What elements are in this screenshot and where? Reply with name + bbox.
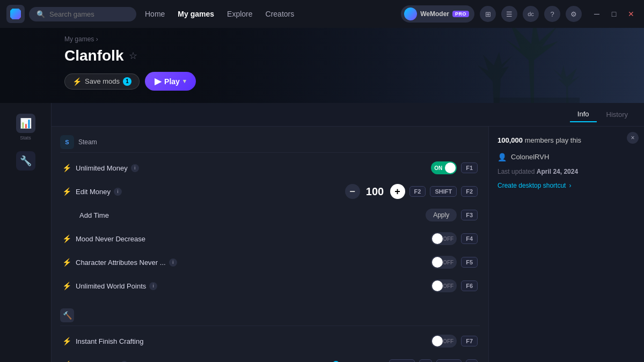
pro-badge: PRO [452, 11, 469, 17]
user-badge[interactable]: WeModer PRO [401, 5, 474, 23]
toggle-world-points[interactable]: OFF [431, 279, 457, 292]
key-f3[interactable]: F3 [461, 210, 478, 220]
mod-info-unlimited-money[interactable]: i [131, 164, 139, 172]
mod-row-character: ⚡ Character Attributes Never ... i OFF [60, 250, 480, 274]
decrease-money-button[interactable]: − [345, 184, 360, 199]
key-f2-2[interactable]: F2 [461, 186, 478, 197]
logo[interactable] [6, 5, 25, 23]
bolt-icon-5: ⚡ [62, 282, 71, 290]
key-ctrl-plus-1[interactable]: CTRL [389, 359, 414, 362]
mod-group-1: S Steam ⚡ Unlimited Money i [60, 133, 480, 298]
group-header-1: S Steam [60, 133, 480, 153]
nav: Home My games Explore Creators [145, 8, 294, 20]
settings-icon[interactable]: ⚙ [566, 6, 582, 22]
nav-home[interactable]: Home [145, 8, 165, 20]
apply-add-time-button[interactable]: Apply [426, 209, 457, 221]
mod-name-mood: Mood Never Decrease [76, 235, 427, 243]
sidebar-item-stats[interactable]: 📊 Stats [16, 114, 35, 141]
play-label: Play [164, 77, 180, 86]
avatar [404, 8, 417, 20]
topbar: 🔍 Home My games Explore Creators WeModer… [0, 0, 644, 28]
bolt-icon-2: ⚡ [62, 187, 71, 196]
bolt-icon-6: ⚡ [62, 337, 71, 345]
mod-name-edit-money: Edit Money i [76, 188, 341, 196]
mod-row-game-speed: ⚡ Game Speed i 100 [60, 353, 480, 362]
key-f2-1[interactable]: F2 [409, 186, 426, 197]
person-icon: 👤 [497, 153, 507, 161]
toggle-unlimited-money[interactable]: ON [431, 161, 457, 174]
key-plus[interactable]: + [419, 359, 432, 362]
group-header-2: 🔨 [60, 306, 480, 326]
nav-my-games[interactable]: My games [178, 8, 214, 20]
toggle-character[interactable]: OFF [431, 256, 457, 269]
grid-icon[interactable]: ⊞ [480, 6, 496, 22]
play-icon: ▶ [155, 76, 161, 86]
key-shift[interactable]: SHIFT [430, 186, 457, 197]
save-mods-count: 1 [123, 77, 131, 86]
save-mods-label: Save mods [85, 77, 120, 85]
tab-history[interactable]: History [599, 107, 635, 122]
main-content: 📊 Stats 🔧 Info History S Steam [0, 103, 644, 362]
right-panel: Info History S Steam ⚡ Unlimited [52, 103, 644, 362]
search-input[interactable] [49, 10, 129, 18]
mod-info-edit-money[interactable]: i [114, 188, 122, 196]
info-author-row: 👤 ColonelRVH [497, 153, 635, 161]
mod-row-edit-money: ⚡ Edit Money i − 100 + F2 S [60, 180, 480, 203]
favorite-icon[interactable]: ☆ [129, 50, 137, 62]
mod-controls-mood: OFF F4 [431, 232, 478, 245]
bolt-icon: ⚡ [72, 77, 82, 86]
play-dropdown-icon[interactable]: ▾ [183, 78, 186, 85]
mod-name-crafting: Instant Finish Crafting [76, 337, 427, 345]
info-members-stat: 100,000 members play this [497, 135, 635, 146]
mod-name-add-time: Add Time [79, 211, 421, 219]
toggle-mood[interactable]: OFF [431, 232, 457, 245]
group-label-1: Steam [78, 138, 97, 146]
info-updated: Last updated April 24, 2024 [497, 168, 635, 175]
breadcrumb[interactable]: My games › [64, 35, 633, 43]
info-close-button[interactable]: × [627, 132, 639, 144]
mods-container: S Steam ⚡ Unlimited Money i [52, 127, 644, 362]
discord-icon[interactable]: dc [523, 6, 539, 22]
key-f5[interactable]: F5 [461, 257, 478, 268]
mod-row-crafting: ⚡ Instant Finish Crafting OFF F7 [60, 329, 480, 353]
mod-controls-edit-money: − 100 + F2 SHIFT F2 [345, 184, 478, 199]
key-ctrl-minus-1[interactable]: CTRL [436, 359, 462, 362]
key-f4[interactable]: F4 [461, 233, 478, 244]
increase-money-button[interactable]: + [390, 184, 405, 199]
minimize-button[interactable]: ─ [590, 8, 603, 20]
game-title: Clanfolk [64, 47, 123, 64]
key-f1[interactable]: F1 [461, 162, 478, 173]
info-panel: × 100,000 members play this 👤 ColonelRVH… [488, 127, 644, 362]
mod-controls-crafting: OFF F7 [431, 335, 478, 348]
key-f7[interactable]: F7 [461, 336, 478, 346]
play-button[interactable]: ▶ Play ▾ [145, 72, 196, 91]
list-icon[interactable]: ☰ [501, 6, 517, 22]
steam-icon: S [60, 135, 74, 149]
mod-row-add-time: Add Time Apply F3 [60, 203, 480, 227]
author-name: ColonelRVH [511, 153, 549, 161]
toggle-crafting[interactable]: OFF [431, 335, 457, 348]
mod-name-world-points: Unlimited World Points i [76, 282, 427, 290]
create-shortcut-link[interactable]: Create desktop shortcut › [497, 182, 635, 189]
key-f6[interactable]: F6 [461, 280, 478, 291]
search-icon: 🔍 [36, 10, 45, 18]
maximize-button[interactable]: □ [608, 8, 620, 20]
close-button[interactable]: ✕ [625, 8, 638, 20]
nav-explore[interactable]: Explore [227, 8, 252, 20]
mod-info-world-points[interactable]: i [149, 282, 157, 290]
mod-row-unlimited-money: ⚡ Unlimited Money i ON [60, 156, 480, 180]
hero: My games › Clanfolk ☆ ⚡ Save mods 1 ▶ Pl… [0, 28, 644, 103]
help-icon[interactable]: ? [544, 6, 560, 22]
nav-creators[interactable]: Creators [266, 8, 295, 20]
mod-name-character: Character Attributes Never ... i [76, 258, 427, 267]
search-bar[interactable]: 🔍 [29, 7, 136, 21]
mod-name-unlimited-money: Unlimited Money i [76, 164, 427, 172]
save-mods-button[interactable]: ⚡ Save mods 1 [64, 73, 140, 90]
mod-group-2: 🔨 ⚡ Instant Finish Crafting OFF [60, 306, 480, 362]
tab-info[interactable]: Info [570, 107, 597, 122]
sidebar: 📊 Stats 🔧 [0, 103, 52, 362]
mod-info-character[interactable]: i [169, 258, 177, 267]
key-minus[interactable]: - [466, 359, 478, 362]
sidebar-item-mods[interactable]: 🔧 [16, 151, 35, 171]
mod-controls-world-points: OFF F6 [431, 279, 478, 292]
